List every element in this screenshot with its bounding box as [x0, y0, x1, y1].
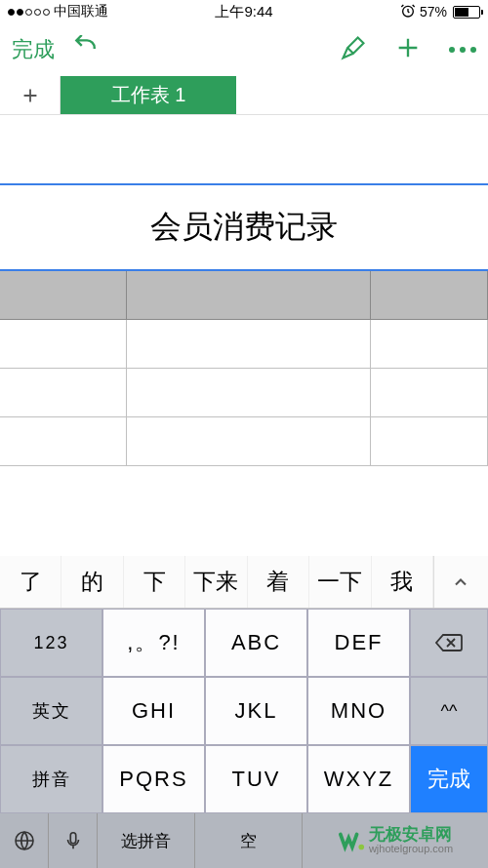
key-punct[interactable]: ,。?!: [102, 609, 205, 677]
cell[interactable]: [371, 320, 488, 368]
undo-button[interactable]: [72, 35, 98, 64]
table-row: [0, 417, 488, 466]
mic-key[interactable]: [49, 813, 98, 868]
cell[interactable]: [127, 320, 371, 368]
header-cell[interactable]: [371, 271, 488, 319]
keyboard-side: ^^ 完成: [410, 609, 488, 813]
key-mno[interactable]: MNO: [307, 677, 410, 745]
svg-point-3: [358, 845, 364, 850]
key-pqrs[interactable]: PQRS: [102, 745, 205, 813]
done-button[interactable]: 完成: [12, 35, 55, 64]
candidate-bar: 了 的 下 下来 着 一下 我: [0, 556, 488, 609]
app-toolbar: 完成: [0, 23, 488, 76]
candidate[interactable]: 下: [124, 556, 185, 608]
cell[interactable]: [371, 417, 488, 465]
cell[interactable]: [0, 320, 127, 368]
watermark: 无极安卓网 wjhotelgroup.com: [303, 813, 488, 868]
candidate[interactable]: 了: [0, 556, 61, 608]
add-button[interactable]: [394, 34, 422, 65]
key-jkl[interactable]: JKL: [205, 677, 307, 745]
watermark-logo-icon: [338, 827, 365, 854]
status-left: 中国联通: [8, 3, 165, 20]
candidate[interactable]: 的: [61, 556, 123, 608]
keyboard-body: 123 ,。?! ABC DEF 英文 GHI JKL MNO 拼音 PQRS …: [0, 609, 488, 813]
header-cell[interactable]: [127, 271, 371, 319]
key-wxyz[interactable]: WXYZ: [307, 745, 410, 813]
expand-candidates-button[interactable]: [433, 556, 488, 608]
brush-button[interactable]: [340, 34, 367, 65]
sheet-tab-1[interactable]: 工作表 1: [61, 76, 236, 114]
keyboard: 了 的 下 下来 着 一下 我 123 ,。?! ABC DEF 英文 GHI …: [0, 522, 488, 868]
candidate[interactable]: 一下: [309, 556, 371, 608]
cell[interactable]: [0, 417, 127, 465]
svg-rect-2: [70, 833, 76, 844]
header-row: [0, 271, 488, 320]
carrier-label: 中国联通: [54, 3, 108, 20]
key-english[interactable]: 英文: [0, 677, 102, 745]
blank-row: [0, 115, 488, 183]
new-sheet-button[interactable]: [0, 76, 61, 114]
reinput-key[interactable]: ^^: [410, 677, 488, 745]
candidate[interactable]: 下来: [185, 556, 247, 608]
header-cell[interactable]: [0, 271, 127, 319]
key-def[interactable]: DEF: [307, 609, 410, 677]
key-123[interactable]: 123: [0, 609, 102, 677]
battery-icon: [453, 6, 480, 19]
watermark-url: wjhotelgroup.com: [369, 843, 453, 855]
key-tuv[interactable]: TUV: [205, 745, 307, 813]
keyboard-input-bar[interactable]: [0, 523, 488, 556]
globe-key[interactable]: [0, 813, 49, 868]
key-pinyin[interactable]: 拼音: [0, 745, 102, 813]
title-merged-cell[interactable]: 会员消费记录: [0, 183, 488, 271]
alarm-icon: [400, 3, 416, 21]
cell[interactable]: [371, 369, 488, 416]
select-pinyin-key[interactable]: 选拼音: [98, 813, 195, 868]
title-text: 会员消费记录: [150, 206, 338, 249]
more-button[interactable]: [449, 47, 476, 53]
status-bar: 中国联通 上午9:44 57%: [0, 0, 488, 23]
status-right: 57%: [323, 3, 480, 21]
spreadsheet-area[interactable]: 会员消费记录: [0, 115, 488, 466]
candidate[interactable]: 着: [248, 556, 309, 608]
key-abc[interactable]: ABC: [205, 609, 307, 677]
signal-strength-icon: [8, 9, 50, 16]
key-ghi[interactable]: GHI: [102, 677, 205, 745]
cell[interactable]: [127, 369, 371, 416]
table-row: [0, 369, 488, 417]
cell[interactable]: [127, 417, 371, 465]
keyboard-done-key[interactable]: 完成: [410, 745, 488, 813]
backspace-key[interactable]: [410, 609, 488, 677]
keyboard-main: 123 ,。?! ABC DEF 英文 GHI JKL MNO 拼音 PQRS …: [0, 609, 410, 813]
sheet-tab-bar: 工作表 1: [0, 76, 488, 115]
space-key[interactable]: 空: [195, 813, 303, 868]
table-row: [0, 320, 488, 369]
battery-percent: 57%: [420, 4, 447, 20]
cell[interactable]: [0, 369, 127, 416]
clock-label: 上午9:44: [165, 3, 322, 21]
watermark-name: 无极安卓网: [369, 826, 453, 843]
keyboard-bottom-row: 选拼音 空 无极安卓网 wjhotelgroup.com: [0, 813, 488, 868]
candidate[interactable]: 我: [372, 556, 433, 608]
